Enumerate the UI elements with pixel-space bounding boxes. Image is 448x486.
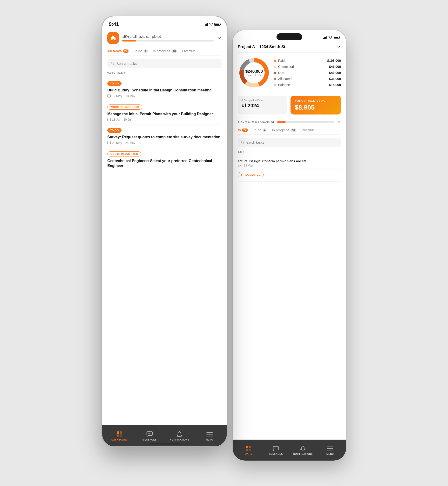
back-tabs-row[interactable]: ts 27 To do 4 In progress 18 Overdue <box>238 126 341 134</box>
back-nav-dashboard-label: OARD <box>245 453 252 455</box>
back-nav-dashboard[interactable]: OARD <box>235 445 262 455</box>
task-date-3: 23 May – 24 May <box>107 141 222 145</box>
back-tab-all-badge: 27 <box>242 128 248 132</box>
front-phone: 9:41 <box>102 16 227 447</box>
tab-inprogress[interactable]: In progress 18 <box>153 47 177 55</box>
back-nav-notifications-label: NOTIFICATIONS <box>293 453 313 455</box>
chevron-down-icon-2[interactable] <box>337 120 341 124</box>
status-icons-back <box>323 36 339 39</box>
back-search-input[interactable] <box>246 140 338 144</box>
back-phone-inner: Project A – 1234 Smith St... <box>233 30 346 461</box>
section-label: TASK NAME <box>107 72 222 75</box>
tab-overdue[interactable]: Overdue <box>182 47 196 55</box>
signal-icon-back <box>323 36 327 39</box>
back-tab-todo-badge: 4 <box>263 128 267 132</box>
project-title: Project A – 1234 Smith St... <box>238 45 289 49</box>
back-nav-menu[interactable]: MENU <box>317 445 344 455</box>
front-search-box[interactable] <box>107 59 222 68</box>
app-header: 15% of all tasks completed <box>107 30 222 47</box>
wifi-icon-back <box>328 36 332 39</box>
back-tab-inprogress-label: In progress <box>272 128 289 132</box>
budget-row-allocated: Allocated $36,000 <box>274 76 341 82</box>
task-card-4: QUOTE REQUESTED Geotechnical Engineer: S… <box>107 148 222 173</box>
budget-label-committed: Committed <box>278 65 294 69</box>
back-tab-inprogress[interactable]: In progress 18 <box>272 126 296 134</box>
nav-dashboard[interactable]: DASHBOARD <box>104 431 135 441</box>
scene: Project A – 1234 Smith St... <box>102 16 346 470</box>
task-card-2: WORK IN PROGRESS Manage the Initial Perm… <box>107 101 222 125</box>
dashboard-icon <box>116 431 123 438</box>
budget-total: $240,000 Forecast Total <box>245 69 263 77</box>
svg-point-14 <box>277 447 277 448</box>
search-input[interactable] <box>116 62 218 65</box>
back-badge-quote: S REQUESTED <box>238 172 264 177</box>
svg-line-7 <box>243 143 244 144</box>
task-date-text-1: 12 May – 18 May <box>112 94 135 98</box>
tab-all-tasks[interactable]: All tasks 27 <box>107 47 128 55</box>
tab-todo[interactable]: To do 4 <box>134 47 148 55</box>
back-nav-messages-label: MESSAGES <box>269 453 283 455</box>
back-tab-all[interactable]: ts 27 <box>238 126 248 134</box>
task-date-text-2: 18 Jul – 20 Jul <box>112 118 132 121</box>
nav-menu[interactable]: MENU <box>195 431 225 441</box>
back-progress-section: 15% of all tasks completed <box>238 117 341 126</box>
calendar-icon-2 <box>107 118 111 121</box>
project-header: Project A – 1234 Smith St... <box>238 43 341 53</box>
back-bottom-nav: OARD MESSAGES <box>233 439 346 461</box>
budget-items: Paid $105,000 Committed $41,000 Due $43,… <box>274 58 341 88</box>
dynamic-island <box>277 33 302 40</box>
front-tabs-row[interactable]: All tasks 27 To do 4 In progress 18 Over… <box>107 47 222 55</box>
back-task-item-1: ectural Design: Confirm permit plans are… <box>238 157 341 170</box>
task-badge-2: WORK IN PROGRESS <box>107 104 142 110</box>
front-phone-inner: 9:41 <box>102 16 227 446</box>
chevron-down-icon[interactable] <box>337 45 341 49</box>
back-nav-notifications[interactable]: NOTIFICATIONS <box>289 445 317 455</box>
messages-icon <box>146 431 153 438</box>
back-tab-overdue[interactable]: Overdue <box>302 126 315 134</box>
budget-row-balance: Balance $15,000 <box>274 82 341 88</box>
back-tab-todo[interactable]: To do 4 <box>253 126 267 134</box>
home-icon-circle <box>107 32 119 44</box>
task-badge-1: TO DO <box>107 81 121 86</box>
budget-row-due: Due $43,000 <box>274 70 341 76</box>
progress-chevron-icon[interactable] <box>217 36 222 40</box>
back-task-title-1: ectural Design: Confirm permit plans are… <box>238 159 341 163</box>
savings-box: You're on track to save $8,905 <box>290 96 341 115</box>
nav-notifications[interactable]: NOTIFICATIONS <box>165 431 195 441</box>
tab-todo-label: To do <box>134 49 142 53</box>
budget-val-due: $43,000 <box>329 71 341 75</box>
back-phone: Project A – 1234 Smith St... <box>232 30 346 461</box>
progress-section: 15% of all tasks completed <box>122 35 214 41</box>
svg-rect-21 <box>120 431 122 434</box>
project-info-row: d Completion Date ul 2024 You're on trac… <box>238 93 341 117</box>
back-progress-fill <box>277 121 286 123</box>
svg-point-13 <box>276 447 276 448</box>
status-icons-front <box>204 23 220 26</box>
budget-label-due: Due <box>278 71 284 75</box>
home-icon <box>110 35 116 41</box>
nav-messages[interactable]: MESSAGES <box>135 431 165 441</box>
search-icon <box>111 61 115 65</box>
budget-row-paid: Paid $105,000 <box>274 58 341 64</box>
svg-line-19 <box>113 64 114 65</box>
budget-val-paid: $105,000 <box>327 59 341 63</box>
tab-all-tasks-badge: 27 <box>123 49 128 53</box>
completion-date-box: d Completion Date ul 2024 <box>238 96 287 115</box>
completion-date-value: ul 2024 <box>241 103 283 109</box>
search-icon-back <box>241 141 245 144</box>
signal-icon-front <box>204 23 208 26</box>
back-progress-text: 15% of all tasks completed <box>238 120 274 124</box>
task-title-4: Geotechnical Engineer: Select your prefe… <box>107 158 222 168</box>
tab-inprogress-label: In progress <box>153 49 170 53</box>
back-tab-all-label: ts <box>238 128 241 132</box>
svg-rect-23 <box>120 434 122 437</box>
progress-text: 15% of all tasks completed <box>122 35 214 39</box>
back-nav-menu-label: MENU <box>327 453 334 455</box>
status-time: 9:41 <box>109 21 119 27</box>
back-tab-todo-label: To do <box>253 128 262 132</box>
back-search-box[interactable] <box>238 138 341 147</box>
battery-icon-back <box>334 36 339 39</box>
home-indicator <box>149 443 180 445</box>
svg-point-24 <box>148 433 149 434</box>
back-nav-messages[interactable]: MESSAGES <box>262 445 289 455</box>
